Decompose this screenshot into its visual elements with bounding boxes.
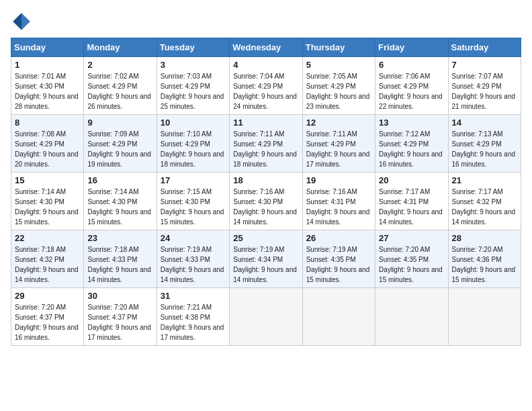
calendar-cell: 1 Sunrise: 7:01 AM Sunset: 4:30 PM Dayli… (11, 57, 84, 115)
day-info: Sunrise: 7:20 AM Sunset: 4:37 PM Dayligh… (15, 302, 80, 342)
day-number: 15 (15, 175, 80, 185)
day-number: 4 (233, 60, 298, 70)
day-info: Sunrise: 7:17 AM Sunset: 4:32 PM Dayligh… (452, 187, 517, 227)
day-number: 3 (161, 60, 226, 70)
day-info: Sunrise: 7:08 AM Sunset: 4:29 PM Dayligh… (15, 129, 80, 169)
calendar-header-monday: Monday (84, 38, 157, 57)
day-info: Sunrise: 7:09 AM Sunset: 4:29 PM Dayligh… (87, 129, 152, 169)
day-info: Sunrise: 7:19 AM Sunset: 4:35 PM Dayligh… (306, 244, 371, 285)
day-number: 28 (452, 233, 517, 243)
day-number: 2 (87, 60, 152, 70)
calendar-cell: 8 Sunrise: 7:08 AM Sunset: 4:29 PM Dayli… (11, 115, 84, 173)
calendar-week-3: 15 Sunrise: 7:14 AM Sunset: 4:30 PM Dayl… (11, 173, 521, 230)
calendar-header-saturday: Saturday (448, 38, 521, 57)
day-info: Sunrise: 7:01 AM Sunset: 4:30 PM Dayligh… (15, 71, 80, 111)
day-number: 20 (379, 175, 444, 185)
calendar-cell: 17 Sunrise: 7:15 AM Sunset: 4:30 PM Dayl… (157, 173, 229, 230)
calendar-cell: 27 Sunrise: 7:20 AM Sunset: 4:35 PM Dayl… (375, 230, 448, 288)
day-info: Sunrise: 7:11 AM Sunset: 4:29 PM Dayligh… (233, 129, 298, 169)
calendar-cell: 20 Sunrise: 7:17 AM Sunset: 4:31 PM Dayl… (375, 173, 448, 230)
svg-marker-0 (21, 13, 30, 30)
calendar-cell: 11 Sunrise: 7:11 AM Sunset: 4:29 PM Dayl… (230, 115, 302, 173)
calendar-cell: 24 Sunrise: 7:19 AM Sunset: 4:33 PM Dayl… (157, 230, 229, 288)
day-number: 19 (306, 175, 371, 185)
calendar-header-thursday: Thursday (302, 38, 375, 57)
calendar-cell: 26 Sunrise: 7:19 AM Sunset: 4:35 PM Dayl… (302, 230, 375, 288)
calendar-cell: 23 Sunrise: 7:18 AM Sunset: 4:33 PM Dayl… (84, 230, 157, 288)
day-number: 16 (87, 175, 152, 185)
day-number: 24 (161, 233, 226, 243)
day-info: Sunrise: 7:02 AM Sunset: 4:29 PM Dayligh… (87, 71, 152, 111)
day-info: Sunrise: 7:19 AM Sunset: 4:34 PM Dayligh… (233, 244, 298, 285)
day-info: Sunrise: 7:21 AM Sunset: 4:38 PM Dayligh… (161, 302, 226, 342)
calendar-cell: 5 Sunrise: 7:05 AM Sunset: 4:29 PM Dayli… (302, 57, 375, 115)
calendar-week-1: 1 Sunrise: 7:01 AM Sunset: 4:30 PM Dayli… (11, 57, 521, 115)
day-number: 22 (15, 233, 80, 243)
day-number: 10 (161, 118, 226, 128)
calendar-cell: 3 Sunrise: 7:03 AM Sunset: 4:29 PM Dayli… (157, 57, 229, 115)
day-info: Sunrise: 7:18 AM Sunset: 4:33 PM Dayligh… (87, 244, 152, 285)
day-info: Sunrise: 7:06 AM Sunset: 4:29 PM Dayligh… (379, 71, 444, 111)
day-info: Sunrise: 7:17 AM Sunset: 4:31 PM Dayligh… (379, 187, 444, 227)
calendar-cell: 30 Sunrise: 7:20 AM Sunset: 4:37 PM Dayl… (84, 288, 157, 346)
calendar-body: 1 Sunrise: 7:01 AM Sunset: 4:30 PM Dayli… (11, 57, 521, 346)
logo (11, 11, 35, 32)
calendar-cell (302, 288, 375, 346)
day-info: Sunrise: 7:16 AM Sunset: 4:31 PM Dayligh… (306, 187, 371, 227)
day-number: 25 (233, 233, 298, 243)
day-number: 14 (452, 118, 517, 128)
day-info: Sunrise: 7:15 AM Sunset: 4:30 PM Dayligh… (161, 187, 226, 227)
day-number: 9 (87, 118, 152, 128)
day-info: Sunrise: 7:14 AM Sunset: 4:30 PM Dayligh… (15, 187, 80, 227)
calendar-cell: 2 Sunrise: 7:02 AM Sunset: 4:29 PM Dayli… (84, 57, 157, 115)
day-number: 7 (452, 60, 517, 70)
day-info: Sunrise: 7:16 AM Sunset: 4:30 PM Dayligh… (233, 187, 298, 227)
calendar-cell: 18 Sunrise: 7:16 AM Sunset: 4:30 PM Dayl… (230, 173, 302, 230)
calendar-cell: 19 Sunrise: 7:16 AM Sunset: 4:31 PM Dayl… (302, 173, 375, 230)
svg-marker-1 (13, 13, 21, 30)
day-info: Sunrise: 7:12 AM Sunset: 4:29 PM Dayligh… (379, 129, 444, 169)
day-number: 11 (233, 118, 298, 128)
day-info: Sunrise: 7:03 AM Sunset: 4:29 PM Dayligh… (161, 71, 226, 111)
day-info: Sunrise: 7:18 AM Sunset: 4:32 PM Dayligh… (15, 244, 80, 285)
header (11, 11, 521, 32)
day-info: Sunrise: 7:10 AM Sunset: 4:29 PM Dayligh… (161, 129, 226, 169)
calendar-header-wednesday: Wednesday (230, 38, 302, 57)
calendar-cell (230, 288, 302, 346)
calendar-cell: 4 Sunrise: 7:04 AM Sunset: 4:29 PM Dayli… (230, 57, 302, 115)
day-number: 26 (306, 233, 371, 243)
calendar-week-5: 29 Sunrise: 7:20 AM Sunset: 4:37 PM Dayl… (11, 288, 521, 346)
day-number: 1 (15, 60, 80, 70)
calendar-cell: 16 Sunrise: 7:14 AM Sunset: 4:30 PM Dayl… (84, 173, 157, 230)
calendar-cell: 31 Sunrise: 7:21 AM Sunset: 4:38 PM Dayl… (157, 288, 229, 346)
calendar-cell: 21 Sunrise: 7:17 AM Sunset: 4:32 PM Dayl… (448, 173, 521, 230)
day-number: 5 (306, 60, 371, 70)
calendar-cell: 22 Sunrise: 7:18 AM Sunset: 4:32 PM Dayl… (11, 230, 84, 288)
day-number: 27 (379, 233, 444, 243)
calendar-cell: 15 Sunrise: 7:14 AM Sunset: 4:30 PM Dayl… (11, 173, 84, 230)
day-number: 6 (379, 60, 444, 70)
logo-icon (11, 11, 32, 32)
calendar-cell: 29 Sunrise: 7:20 AM Sunset: 4:37 PM Dayl… (11, 288, 84, 346)
calendar-header-tuesday: Tuesday (157, 38, 229, 57)
day-info: Sunrise: 7:14 AM Sunset: 4:30 PM Dayligh… (87, 187, 152, 227)
day-number: 13 (379, 118, 444, 128)
day-info: Sunrise: 7:19 AM Sunset: 4:33 PM Dayligh… (161, 244, 226, 285)
calendar-header-sunday: Sunday (11, 38, 84, 57)
calendar-cell (375, 288, 448, 346)
calendar-week-4: 22 Sunrise: 7:18 AM Sunset: 4:32 PM Dayl… (11, 230, 521, 288)
calendar-cell: 14 Sunrise: 7:13 AM Sunset: 4:29 PM Dayl… (448, 115, 521, 173)
day-number: 29 (15, 291, 80, 301)
calendar-table: SundayMondayTuesdayWednesdayThursdayFrid… (11, 38, 521, 346)
calendar-week-2: 8 Sunrise: 7:08 AM Sunset: 4:29 PM Dayli… (11, 115, 521, 173)
calendar-cell: 7 Sunrise: 7:07 AM Sunset: 4:29 PM Dayli… (448, 57, 521, 115)
calendar-cell: 28 Sunrise: 7:20 AM Sunset: 4:36 PM Dayl… (448, 230, 521, 288)
day-info: Sunrise: 7:20 AM Sunset: 4:37 PM Dayligh… (87, 302, 152, 342)
calendar-cell: 13 Sunrise: 7:12 AM Sunset: 4:29 PM Dayl… (375, 115, 448, 173)
calendar-cell: 12 Sunrise: 7:11 AM Sunset: 4:29 PM Dayl… (302, 115, 375, 173)
calendar-cell: 10 Sunrise: 7:10 AM Sunset: 4:29 PM Dayl… (157, 115, 229, 173)
day-number: 18 (233, 175, 298, 185)
day-info: Sunrise: 7:13 AM Sunset: 4:29 PM Dayligh… (452, 129, 517, 169)
day-number: 30 (87, 291, 152, 301)
day-info: Sunrise: 7:05 AM Sunset: 4:29 PM Dayligh… (306, 71, 371, 111)
